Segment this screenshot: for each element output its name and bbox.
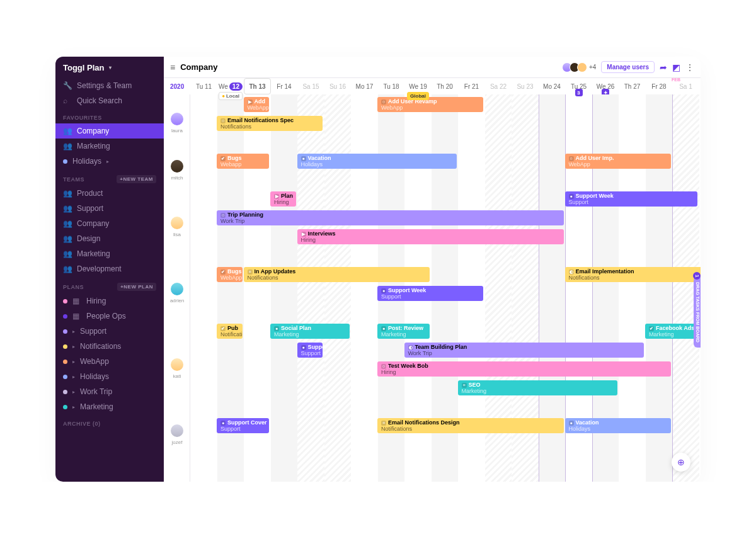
board-icon: ▦ <box>72 312 81 321</box>
team-item[interactable]: 👥Support <box>55 201 164 216</box>
task-bar[interactable]: ◐Email ImplementationNotifications <box>565 267 701 282</box>
day-We12[interactable]: We12Local <box>217 78 244 94</box>
task-bar[interactable]: ✔PubNotifications <box>217 324 243 339</box>
user-jozef[interactable]: jozef <box>164 416 190 453</box>
manage-users-button[interactable]: Manage users <box>601 61 655 73</box>
task-bar[interactable]: ○Trip PlanningWork Trip <box>217 210 564 225</box>
new-plan-button[interactable]: +New Plan <box>117 283 156 291</box>
milestone-global[interactable]: Global <box>407 92 429 100</box>
day-Fr14[interactable]: Fr 14 <box>271 78 298 94</box>
app-window: Toggl Plan▾ 🔧Settings & Team ⌕Quick Sear… <box>55 57 701 482</box>
day-Th27[interactable]: Th 27 <box>619 78 646 94</box>
board-icon: ▦ <box>72 297 81 305</box>
month-marker: FEB <box>672 77 680 82</box>
plan-item[interactable]: ▸Marketing <box>55 399 164 414</box>
day-Tu25[interactable]: Tu 253 <box>565 78 592 94</box>
task-bar[interactable]: ●VacationHolidays <box>297 154 457 169</box>
milestone-local[interactable]: Local <box>219 92 243 100</box>
avatar <box>171 283 183 295</box>
task-bar[interactable]: ●Support WeekSupport <box>565 191 698 207</box>
new-team-button[interactable]: +New Team <box>117 175 156 183</box>
task-bar[interactable]: ▶PlanHiring <box>270 191 296 207</box>
task-bar[interactable]: ▶AddWebApp <box>244 97 270 112</box>
canvas[interactable]: ▶AddWebApp○Add User RevampWebApp○Email N… <box>164 94 701 482</box>
team-item[interactable]: 👥Development <box>55 261 164 276</box>
plan-item[interactable]: ▸WebApp <box>55 354 164 369</box>
day-Tu11[interactable]: Tu 11 <box>190 78 217 94</box>
task-bar[interactable]: ○Test Week BobHiring <box>377 361 671 377</box>
day-We19[interactable]: We 19Global <box>404 78 432 94</box>
main-area: ≡ Company +4 Manage users ➦ ◩ ⋮ 2020 Tu … <box>164 57 701 482</box>
team-item[interactable]: 👥Product <box>55 186 164 201</box>
day-Tu18[interactable]: Tu 18 <box>378 78 405 94</box>
day-Fr28[interactable]: Fr 28 <box>646 78 673 94</box>
fav-item[interactable]: 👥Marketing <box>55 139 164 154</box>
task-bar[interactable]: ●Support WeekSupport <box>377 286 483 301</box>
task-bar[interactable]: ●Post: ReviewMarketing <box>377 324 430 339</box>
year-picker[interactable]: 2020 <box>164 83 190 90</box>
user-mitch[interactable]: mitch <box>164 151 190 189</box>
user-adrien[interactable]: adrien <box>164 264 190 321</box>
team-item[interactable]: 👥Design <box>55 231 164 246</box>
team-icon: 👥 <box>63 189 72 198</box>
task-bar[interactable]: ●VacationHolidays <box>565 418 671 433</box>
user-laura[interactable]: laura <box>164 94 190 151</box>
zoom-button[interactable]: ⊕ <box>672 453 690 472</box>
task-bar[interactable]: ≡In App UpdatesNotifications <box>244 267 430 282</box>
task-bar[interactable]: ●Social PlanMarketing <box>270 324 350 339</box>
drag-tasks-tab[interactable]: 1DRAG TASKS FROM BOARD <box>694 277 701 348</box>
settings-link[interactable]: 🔧Settings & Team <box>55 78 164 93</box>
day-We26[interactable]: We 26✦ <box>592 78 619 94</box>
team-icon: 👥 <box>63 142 72 150</box>
team-icon: 👥 <box>63 249 72 258</box>
user-lisa[interactable]: lisa <box>164 189 190 264</box>
day-Sa22[interactable]: Sa 22 <box>485 78 512 94</box>
share-icon[interactable]: ➦ <box>660 62 667 72</box>
filter-icon[interactable]: ≡ <box>170 62 175 72</box>
day-Fr21[interactable]: Fr 21 <box>458 78 485 94</box>
task-bar[interactable]: ≡SEOMarketing <box>458 380 617 395</box>
plan-item[interactable]: ▸Notifications <box>55 339 164 354</box>
archive-header[interactable]: ARCHIVE (0) <box>55 414 164 429</box>
plan-item[interactable]: ▸Work Trip <box>55 384 164 399</box>
team-icon: 👥 <box>63 234 72 243</box>
task-bar[interactable]: ≡Email Notifications DesignNotifications <box>377 418 564 433</box>
plan-item[interactable]: ▦Hiring <box>55 293 164 309</box>
wrench-icon: 🔧 <box>63 81 72 90</box>
day-Th13[interactable]: Th 13 <box>244 78 271 94</box>
task-bar[interactable]: ●SupportSupport <box>297 343 323 358</box>
team-item[interactable]: 👥Company <box>55 216 164 231</box>
header: ≡ Company +4 Manage users ➦ ◩ ⋮ <box>164 57 701 78</box>
team-item[interactable]: 👥Marketing <box>55 246 164 261</box>
day-Mo24[interactable]: Mo 24 <box>539 78 566 94</box>
fav-item[interactable]: 👥Company <box>55 123 164 139</box>
notifications-icon[interactable]: ◩ <box>672 62 680 72</box>
task-bar[interactable]: ○Email Notifications SpecNotifications <box>217 116 323 131</box>
task-bar[interactable]: ◐Team Building PlanWork Trip <box>404 343 644 358</box>
user-kati[interactable]: kati <box>164 321 190 416</box>
task-bar[interactable]: ▶InterviewsHiring <box>297 229 564 244</box>
task-bar[interactable]: ○Add User RevampWebApp <box>377 97 483 112</box>
plan-item[interactable]: ▸Support <box>55 324 164 339</box>
team-icon: 👥 <box>63 219 72 228</box>
plan-item[interactable]: ▸Holidays <box>55 369 164 384</box>
task-bar[interactable]: ✔BugsWebApp <box>217 267 243 282</box>
task-bar[interactable]: ●Support CoverSupport <box>217 418 269 433</box>
task-bar[interactable]: ✔Facebook AdsMarketing <box>645 324 701 339</box>
day-Th20[interactable]: Th 20 <box>432 78 459 94</box>
day-Su23[interactable]: Su 23 <box>512 78 539 94</box>
plan-item[interactable]: ▦People Ops <box>55 309 164 324</box>
task-bar[interactable]: ○Add User Imp.WebApp <box>565 154 671 169</box>
day-Sa15[interactable]: Sa 15 <box>297 78 324 94</box>
member-avatars[interactable]: +4 <box>564 62 596 72</box>
day-Mo17[interactable]: Mo 17 <box>351 78 378 94</box>
plans-header: PLANS+New Plan <box>55 276 164 293</box>
more-icon[interactable]: ⋮ <box>685 62 694 72</box>
search-link[interactable]: ⌕Quick Search <box>55 93 164 108</box>
avatar <box>171 160 183 173</box>
day-Su16[interactable]: Su 16 <box>324 78 352 94</box>
timeline[interactable]: 2020 Tu 11We12LocalTh 13Fr 14Sa 15Su 16M… <box>164 78 701 94</box>
fav-item[interactable]: Holidays ▸ <box>55 154 164 169</box>
task-bar[interactable]: ✔BugsWebapp <box>217 154 269 169</box>
app-switcher[interactable]: Toggl Plan▾ <box>55 57 164 78</box>
